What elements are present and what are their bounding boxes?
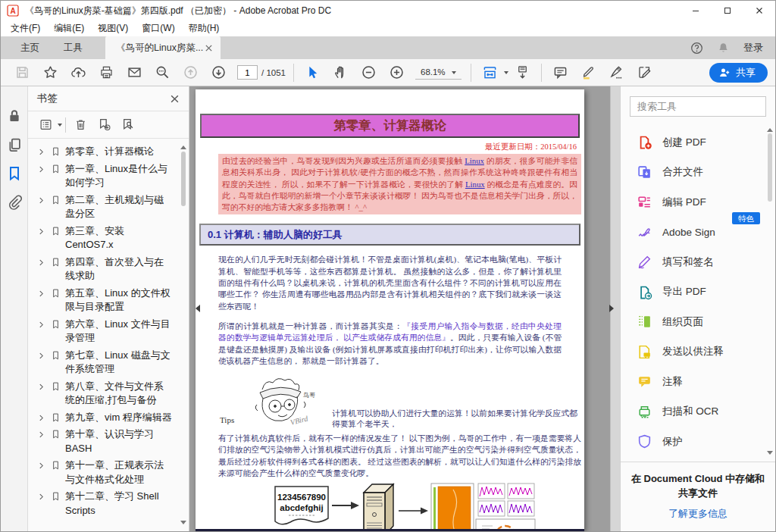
page-down-icon[interactable] xyxy=(211,65,226,80)
scrollbar-thumb[interactable] xyxy=(181,152,186,206)
tool-item-send-comments[interactable]: 发送以供注释 xyxy=(637,337,775,368)
tool-item-export-pdf[interactable]: 导出 PDF xyxy=(637,277,775,308)
document-scroll-strip[interactable] xyxy=(610,86,620,531)
tool-item-combine-files[interactable]: 合并文件 xyxy=(637,158,775,188)
menu-item-0[interactable]: 文件(F) xyxy=(4,20,47,36)
tool-item-adobe-sign[interactable]: Adobe Sign特色 xyxy=(637,217,775,248)
chevron-down-icon[interactable] xyxy=(504,71,508,77)
learn-more-link[interactable]: 了解更多信息 xyxy=(630,507,766,521)
menu-item-1[interactable]: 编辑(E) xyxy=(47,20,91,36)
search-tools-input[interactable] xyxy=(637,101,759,112)
page-number-input[interactable] xyxy=(237,65,258,80)
scroll-up-icon[interactable] xyxy=(180,142,186,149)
tool-item-organize-pages[interactable]: 组织页面 xyxy=(637,307,775,337)
star-icon[interactable] xyxy=(43,65,58,80)
comment-bubble-icon[interactable] xyxy=(553,65,568,80)
sign-in-button[interactable]: 登录 xyxy=(743,41,763,55)
chevron-right-icon[interactable] xyxy=(37,196,45,205)
print-icon[interactable] xyxy=(99,65,114,80)
bookmark-item[interactable]: 第一章、Linux是什么与如何学习 xyxy=(37,162,177,190)
bookmark-item[interactable]: 第九章、vim 程序编辑器 xyxy=(37,411,177,425)
scroll-up-icon[interactable] xyxy=(767,125,773,132)
scroll-down-icon[interactable] xyxy=(767,451,773,458)
bookmark-item[interactable]: 第二章、主机规划与磁盘分区 xyxy=(37,193,177,221)
select-arrow-icon[interactable] xyxy=(305,65,320,80)
chevron-down-icon[interactable] xyxy=(452,71,456,77)
close-panel-icon[interactable] xyxy=(170,94,180,104)
chevron-right-icon[interactable] xyxy=(37,289,45,298)
fit-width-icon[interactable] xyxy=(483,65,497,80)
zoom-out-icon[interactable] xyxy=(361,65,376,80)
tool-item-protect[interactable]: 保护 xyxy=(637,427,775,457)
menu-item-3[interactable]: 窗口(W) xyxy=(135,20,181,36)
paperclip-icon[interactable] xyxy=(7,195,22,210)
page-up-icon[interactable] xyxy=(183,65,198,80)
bookmark-item[interactable]: 第十一章、正规表示法与文件格式化处理 xyxy=(37,458,177,487)
bookmark-item[interactable]: 第零章、计算器概论 xyxy=(37,145,177,159)
zoom-control[interactable]: 68.1% xyxy=(415,65,462,80)
bookmark-item[interactable]: 第四章、首次登入与在线求助 xyxy=(37,255,177,283)
bookmarks-icon[interactable] xyxy=(7,166,22,181)
menu-item-4[interactable]: 帮助(H) xyxy=(182,20,227,36)
chevron-right-icon[interactable] xyxy=(37,414,45,422)
bookmark-item[interactable]: 第八章、文件与文件系统的压缩,打包与备份 xyxy=(37,380,177,408)
search-icon[interactable] xyxy=(155,65,170,80)
tool-item-scan-ocr[interactable]: 扫描和 OCR xyxy=(637,397,775,427)
chevron-right-icon[interactable] xyxy=(37,148,45,156)
window-close-icon[interactable] xyxy=(743,1,775,20)
tool-item-more-tools[interactable]: 更多工具 xyxy=(637,457,775,462)
tool-item-create-pdf[interactable]: 创建 PDF xyxy=(637,127,775,158)
help-icon[interactable] xyxy=(690,42,703,55)
options-icon[interactable] xyxy=(39,118,52,131)
window-minimize-icon[interactable] xyxy=(680,1,712,20)
chevron-right-icon[interactable] xyxy=(37,383,45,391)
close-tab-icon[interactable] xyxy=(205,44,213,52)
bookmark-item[interactable]: 第三章、安装 CentOS7.x xyxy=(37,224,177,252)
bookmarks-scrollbar[interactable] xyxy=(180,140,188,530)
bookmark-item[interactable]: 第六章、Linux 文件与目录管理 xyxy=(37,318,177,346)
window-maximize-icon[interactable] xyxy=(712,1,743,20)
zoom-in-icon[interactable] xyxy=(390,65,404,80)
chevron-right-icon[interactable] xyxy=(37,321,45,329)
bookmark-item[interactable]: 第十二章、学习 Shell Scripts xyxy=(37,490,177,518)
linux-link[interactable]: Linux xyxy=(465,180,485,189)
tools-scrollbar[interactable] xyxy=(766,123,774,460)
menu-item-2[interactable]: 视图(V) xyxy=(91,20,135,36)
tab-home[interactable]: 主页 xyxy=(8,36,52,59)
notifications-bell-icon[interactable] xyxy=(717,42,730,55)
chevron-right-icon[interactable] xyxy=(37,258,45,267)
chevron-right-icon[interactable] xyxy=(37,227,45,236)
chevron-right-icon[interactable] xyxy=(37,462,45,470)
bookmark-item[interactable]: 第五章、Linux 的文件权限与目录配置 xyxy=(37,286,177,315)
page-scroll-icon[interactable] xyxy=(515,65,530,80)
tools-search-box[interactable] xyxy=(630,96,766,117)
cloud-upload-icon[interactable] xyxy=(71,65,86,80)
edit-page-icon[interactable] xyxy=(637,65,652,80)
linux-link[interactable]: Linux xyxy=(465,156,484,165)
trash-icon[interactable] xyxy=(74,118,87,131)
tab-tools[interactable]: 工具 xyxy=(52,36,95,59)
tool-item-comment-tool[interactable]: 注释 xyxy=(637,367,775,397)
chevron-right-icon[interactable] xyxy=(37,430,45,439)
collapse-bookmarks-arrow[interactable] xyxy=(192,305,200,312)
tab-document[interactable]: 《鸟哥的Linux房菜... xyxy=(105,36,221,59)
bookmark-item[interactable]: 第十章、认识与学习 BASH xyxy=(37,427,177,455)
share-button[interactable]: 共享 xyxy=(709,63,768,83)
tool-item-fill-sign[interactable]: 填写和签名 xyxy=(637,247,775,277)
chevron-right-icon[interactable] xyxy=(37,493,45,501)
sign-pen-icon[interactable] xyxy=(609,65,624,80)
save-icon[interactable] xyxy=(15,65,30,80)
email-icon[interactable] xyxy=(127,65,142,80)
chevron-down-icon[interactable] xyxy=(58,124,62,129)
chevron-right-icon[interactable] xyxy=(37,165,45,174)
chevron-right-icon[interactable] xyxy=(37,352,45,360)
scroll-down-icon[interactable] xyxy=(180,521,186,527)
add-bookmark-icon[interactable] xyxy=(98,118,111,131)
scrollbar-thumb[interactable] xyxy=(768,133,772,202)
highlighter-icon[interactable] xyxy=(581,65,596,80)
find-bookmark-icon[interactable] xyxy=(121,118,134,131)
collapse-tools-arrow[interactable] xyxy=(609,305,618,312)
hand-icon[interactable] xyxy=(333,65,348,80)
bookmark-item[interactable]: 第七章、Linux 磁盘与文件系统管理 xyxy=(37,349,177,377)
pages-icon[interactable] xyxy=(7,137,22,152)
